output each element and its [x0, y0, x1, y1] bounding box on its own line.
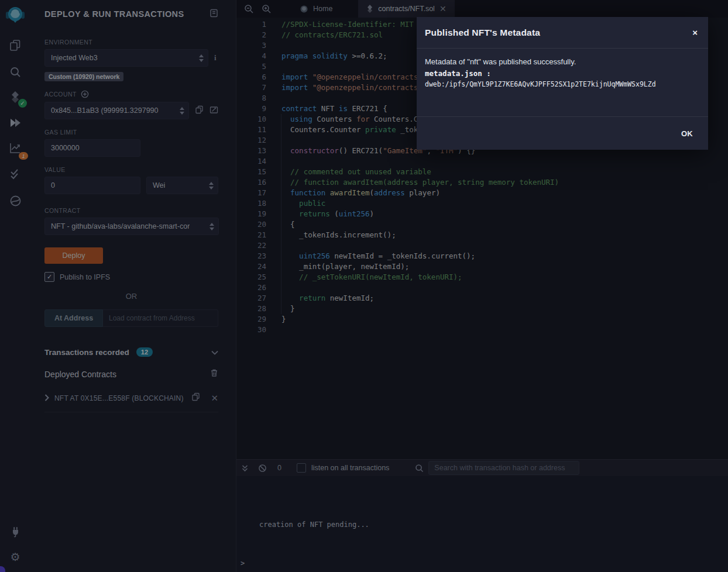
remix-ide-app: ✓ 1	[0, 0, 728, 572]
modal-title: Published NFT's Metadata	[425, 27, 540, 38]
modal-ok-button[interactable]: OK	[678, 129, 696, 139]
published-metadata-modal: Published NFT's Metadata × Metadata of "…	[417, 17, 708, 150]
modal-message: Metadata of "nft" was published successf…	[425, 57, 700, 66]
modal-ipfs-hash: dweb:/ipfs/QmYL9P1Z7KE6AQvKJPFF52SX1p2TE…	[425, 80, 700, 88]
modal-file-name: metadata.json :	[425, 69, 700, 78]
modal-close-icon[interactable]: ×	[692, 28, 698, 37]
